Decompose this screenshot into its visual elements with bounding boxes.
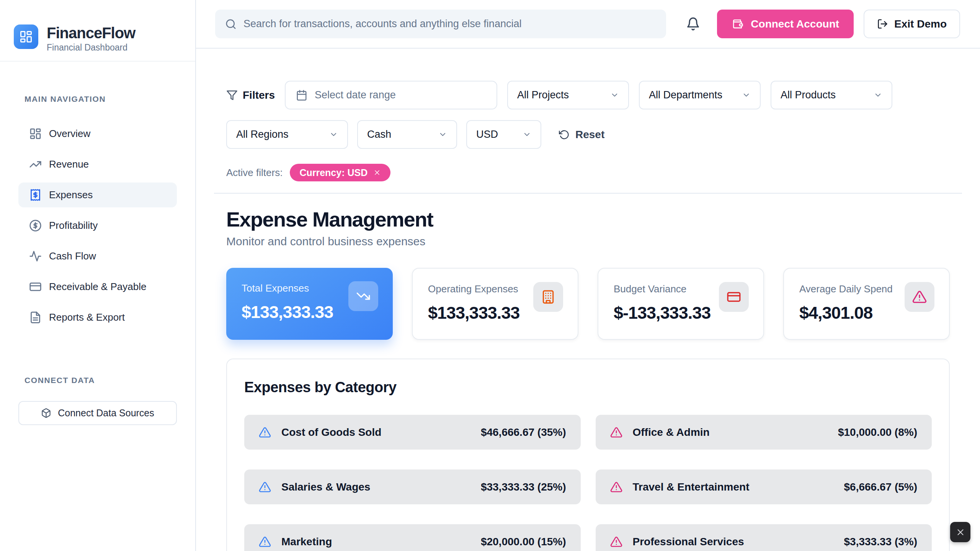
sidebar: FinanceFlow Financial Dashboard MAIN NAV… bbox=[0, 0, 196, 551]
category-item[interactable]: Professional Services $3,333.33 (3%) bbox=[596, 524, 932, 551]
sidebar-item[interactable]: Expenses bbox=[18, 183, 177, 207]
stat-card-icon-box bbox=[719, 282, 749, 312]
filter-row-2: All Regions Cash USD Reset bbox=[226, 120, 950, 149]
top-bar: Connect Account Exit Demo bbox=[196, 0, 980, 49]
exit-demo-button[interactable]: Exit Demo bbox=[864, 10, 960, 38]
credit-card-icon bbox=[29, 280, 42, 293]
stat-cards: Total Expenses $133,333.33 Operating Exp… bbox=[226, 268, 950, 340]
alert-triangle-icon bbox=[259, 481, 271, 493]
connect-data-sources-button[interactable]: Connect Data Sources bbox=[18, 401, 177, 425]
sidebar-item-label: Overview bbox=[49, 128, 90, 140]
chevron-down-icon bbox=[438, 130, 447, 139]
connect-account-label: Connect Account bbox=[751, 18, 839, 30]
top-bar-actions: Connect Account Exit Demo bbox=[686, 10, 960, 38]
chevron-down-icon bbox=[874, 91, 882, 99]
connect-data-sources-label: Connect Data Sources bbox=[58, 408, 154, 419]
payment-method-value: Cash bbox=[367, 129, 391, 140]
activity-icon bbox=[29, 250, 42, 262]
sidebar-section-connect-data: CONNECT DATA bbox=[24, 376, 177, 385]
products-select-value: All Products bbox=[781, 89, 836, 101]
chevron-down-icon bbox=[610, 91, 619, 99]
stat-card[interactable]: Total Expenses $133,333.33 bbox=[226, 268, 393, 340]
bell-icon[interactable] bbox=[686, 17, 700, 31]
sidebar-item-label: Receivable & Payable bbox=[49, 281, 146, 293]
sidebar-item[interactable]: Profitability bbox=[18, 213, 177, 238]
brand: FinanceFlow Financial Dashboard bbox=[0, 0, 195, 62]
sidebar-item-label: Expenses bbox=[49, 189, 93, 201]
category-value: $33,333.33 (25%) bbox=[481, 481, 566, 493]
chip-close-icon[interactable] bbox=[373, 169, 381, 176]
credit-card-icon bbox=[727, 290, 741, 304]
regions-select[interactable]: All Regions bbox=[226, 120, 348, 149]
file-text-icon bbox=[29, 311, 42, 324]
sidebar-item[interactable]: Overview bbox=[18, 121, 177, 146]
brand-name: FinanceFlow bbox=[47, 24, 135, 41]
reset-filters-button[interactable]: Reset bbox=[559, 129, 604, 141]
sidebar-item[interactable]: Revenue bbox=[18, 152, 177, 177]
connect-account-button[interactable]: Connect Account bbox=[717, 10, 854, 38]
sidebar-connect-section: CONNECT DATA Connect Data Sources bbox=[18, 376, 177, 425]
products-select[interactable]: All Products bbox=[771, 81, 892, 109]
sidebar-item[interactable]: Cash Flow bbox=[18, 244, 177, 269]
expenses-by-category-title: Expenses by Category bbox=[244, 379, 932, 396]
active-filter-chip[interactable]: Currency: USD bbox=[290, 164, 390, 181]
category-name: Professional Services bbox=[633, 536, 744, 548]
stat-card[interactable]: Average Daily Spend $4,301.08 bbox=[783, 268, 950, 340]
stat-card[interactable]: Budget Variance $-133,333.33 bbox=[598, 268, 764, 340]
app: FinanceFlow Financial Dashboard MAIN NAV… bbox=[0, 0, 980, 551]
category-item[interactable]: Cost of Goods Sold $46,666.67 (35%) bbox=[244, 415, 581, 450]
active-filter-chip-label: Currency: USD bbox=[299, 167, 368, 178]
date-range-input[interactable]: Select date range bbox=[285, 81, 497, 109]
wallet-icon bbox=[732, 18, 743, 30]
sidebar-nav: Overview Revenue Expenses Profitability bbox=[18, 121, 177, 330]
category-name: Salaries & Wages bbox=[281, 481, 370, 493]
brand-text: FinanceFlow Financial Dashboard bbox=[47, 24, 135, 53]
currency-select[interactable]: USD bbox=[466, 120, 541, 149]
brand-tagline: Financial Dashboard bbox=[47, 42, 135, 53]
projects-select[interactable]: All Projects bbox=[507, 81, 629, 109]
category-item[interactable]: Marketing $20,000.00 (15%) bbox=[244, 524, 581, 551]
exit-demo-label: Exit Demo bbox=[894, 18, 947, 30]
category-item[interactable]: Salaries & Wages $33,333.33 (25%) bbox=[244, 469, 581, 504]
expenses-by-category-card: Expenses by Category Cost of Goods Sold … bbox=[226, 359, 950, 551]
trending-down-icon bbox=[356, 289, 371, 303]
dashboard-icon bbox=[19, 30, 33, 44]
section-divider bbox=[214, 193, 962, 194]
alert-triangle-icon bbox=[610, 536, 622, 548]
rotate-ccw-icon bbox=[559, 129, 570, 140]
category-item[interactable]: Office & Admin $10,000.00 (8%) bbox=[596, 415, 932, 450]
category-name: Cost of Goods Sold bbox=[281, 426, 381, 439]
stat-card[interactable]: Operating Expenses $133,333.33 bbox=[412, 268, 578, 340]
calendar-icon bbox=[296, 90, 307, 101]
category-name: Travel & Entertainment bbox=[633, 481, 750, 493]
payment-method-select[interactable]: Cash bbox=[357, 120, 457, 149]
filter-row-1: Filters Select date range All Projects A… bbox=[226, 81, 950, 109]
currency-select-value: USD bbox=[476, 129, 498, 140]
sidebar-item[interactable]: Receivable & Payable bbox=[18, 274, 177, 299]
departments-select[interactable]: All Departments bbox=[639, 81, 761, 109]
receipt-icon bbox=[29, 189, 42, 201]
brand-logo bbox=[14, 24, 38, 49]
search-box[interactable] bbox=[215, 10, 666, 38]
regions-select-value: All Regions bbox=[236, 129, 289, 140]
building-icon bbox=[541, 290, 555, 304]
departments-select-value: All Departments bbox=[649, 89, 722, 101]
log-out-icon bbox=[877, 18, 888, 29]
cube-icon bbox=[41, 408, 51, 418]
sidebar-item[interactable]: Reports & Export bbox=[18, 305, 177, 330]
sidebar-item-label: Revenue bbox=[49, 158, 89, 170]
stat-card-icon-box bbox=[348, 281, 378, 311]
close-button[interactable] bbox=[950, 522, 970, 542]
date-range-placeholder: Select date range bbox=[315, 89, 396, 101]
category-grid: Cost of Goods Sold $46,666.67 (35%) Offi… bbox=[244, 415, 932, 551]
sidebar-section-main-navigation: MAIN NAVIGATION bbox=[24, 95, 195, 104]
chevron-down-icon bbox=[523, 130, 531, 139]
stat-card-icon-box bbox=[905, 282, 934, 312]
search-input[interactable] bbox=[243, 18, 656, 30]
page-subtitle: Monitor and control business expenses bbox=[226, 235, 950, 248]
chevron-down-icon bbox=[742, 91, 751, 99]
category-item[interactable]: Travel & Entertainment $6,666.67 (5%) bbox=[596, 469, 932, 504]
active-filters-label: Active filters: bbox=[226, 167, 283, 179]
trending-up-icon bbox=[29, 158, 42, 171]
dollar-circle-icon bbox=[29, 219, 42, 232]
